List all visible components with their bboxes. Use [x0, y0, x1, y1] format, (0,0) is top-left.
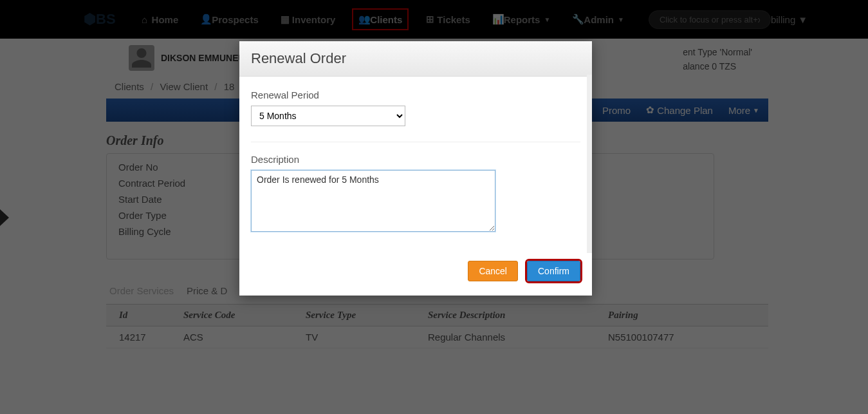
divider — [251, 142, 580, 142]
confirm-button[interactable]: Confirm — [527, 261, 580, 281]
modal-scrollbar[interactable] — [587, 75, 592, 253]
description-label: Description — [251, 154, 580, 165]
modal-title: Renewal Order — [239, 41, 592, 77]
renewal-period-label: Renewal Period — [251, 89, 580, 100]
modal-footer: Cancel Confirm — [239, 253, 592, 296]
modal-body: Renewal Period 5 Months Description — [239, 77, 592, 253]
renewal-period-select[interactable]: 5 Months — [251, 106, 405, 126]
renewal-order-modal: Renewal Order Renewal Period 5 Months De… — [239, 41, 592, 296]
cancel-button[interactable]: Cancel — [468, 261, 518, 281]
description-textarea[interactable] — [251, 170, 495, 232]
